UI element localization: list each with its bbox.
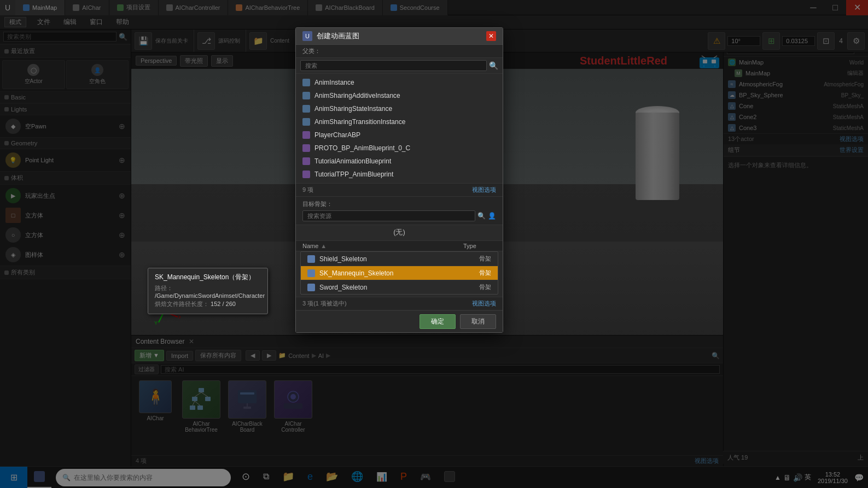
modal-search-row: 🔍 bbox=[296, 58, 503, 74]
modal-none-label: (无) bbox=[296, 225, 503, 240]
modal-item-playercharabp[interactable]: PlayerCharABP bbox=[296, 128, 503, 142]
modal-item-proto[interactable]: PROTO_BP_AnimBlueprint_0_C bbox=[296, 142, 503, 155]
modal-view-options-btn[interactable]: 视图选项 bbox=[472, 186, 496, 194]
skeleton-item-sword[interactable]: Sword_Skeleton 骨架 bbox=[301, 280, 498, 294]
modal-item-tutorial-anim[interactable]: TutorialAnimationBlueprint bbox=[296, 155, 503, 168]
modal-skeleton-search-icon: 🔍 bbox=[477, 212, 486, 220]
modal-skeleton-search-row: 🔍 👤 bbox=[302, 210, 496, 221]
modal-confirm-btn[interactable]: 确定 bbox=[420, 314, 456, 329]
proto-icon bbox=[302, 144, 310, 152]
skeleton-item-mannequin[interactable]: SK_Mannequin_Skeleton 骨架 bbox=[301, 266, 498, 280]
modal-skeleton-search-input[interactable] bbox=[302, 210, 475, 221]
mannequin-skeleton-icon bbox=[307, 269, 315, 277]
create-animblueprint-dialog: U 创建动画蓝图 ✕ 父类： 🔍 AnimInstance AnimSharin… bbox=[295, 27, 503, 333]
modal-skeleton-view-options-btn[interactable]: 视图选项 bbox=[472, 299, 496, 308]
tutorial-anim-icon bbox=[302, 157, 310, 165]
sword-skeleton-icon bbox=[307, 284, 315, 291]
modal-item-animsharing-additive[interactable]: AnimSharingAdditiveInstance bbox=[296, 89, 503, 102]
modal-footer: 确定 取消 bbox=[296, 310, 503, 332]
tooltip-size-row: 烘焙文件路径长度： 152 / 260 bbox=[155, 300, 261, 308]
modal-selection-count-bar: 3 项(1 项被选中) 视图选项 bbox=[296, 297, 503, 310]
shield-skeleton-icon bbox=[307, 255, 315, 263]
modal-skeleton-section: 目标骨架： 🔍 👤 bbox=[296, 197, 503, 225]
modal-item-animinstance[interactable]: AnimInstance bbox=[296, 76, 503, 89]
skeleton-tooltip: SK_Mannequin_Skeleton（骨架） 路径： /Game/Dyna… bbox=[148, 268, 268, 314]
animsharing-additive-icon bbox=[302, 92, 310, 99]
modal-title-text: U 创建动画蓝图 bbox=[302, 31, 486, 41]
modal-skeleton-list: Shield_Skeleton 骨架 SK_Mannequin_Skeleton… bbox=[300, 251, 498, 295]
modal-search-input[interactable] bbox=[300, 60, 487, 71]
animsharing-state-icon bbox=[302, 105, 310, 113]
modal-search-icon: 🔍 bbox=[489, 61, 498, 70]
modal-count-bar: 9 项 视图选项 bbox=[296, 183, 503, 197]
modal-item-tutorial-tpp[interactable]: TutorialTPP_AnimBlueprint bbox=[296, 168, 503, 181]
modal-parent-label: 父类： bbox=[296, 45, 503, 58]
modal-skeleton-header: Name ▲ Type bbox=[296, 240, 503, 251]
skeleton-item-shield[interactable]: Shield_Skeleton 骨架 bbox=[301, 252, 498, 266]
modal-skeleton-user-icon: 👤 bbox=[488, 212, 496, 220]
modal-cancel-btn[interactable]: 取消 bbox=[460, 314, 496, 329]
modal-list: AnimInstance AnimSharingAdditiveInstance… bbox=[296, 74, 503, 183]
tooltip-path-row: 路径： /Game/DynamicSwordAnimset/Character bbox=[155, 284, 261, 299]
animsharing-transition-icon bbox=[302, 118, 310, 126]
tutorial-tpp-icon bbox=[302, 170, 310, 178]
playercharabp-icon bbox=[302, 131, 310, 139]
modal-item-animsharing-state[interactable]: AnimSharingStateInstance bbox=[296, 102, 503, 115]
modal-item-animsharing-transition[interactable]: AnimSharingTransitionInstance bbox=[296, 115, 503, 128]
modal-close-btn[interactable]: ✕ bbox=[486, 31, 496, 41]
animinstance-icon bbox=[302, 79, 310, 86]
modal-ue-icon: U bbox=[302, 31, 312, 41]
modal-title-bar: U 创建动画蓝图 ✕ bbox=[296, 28, 503, 45]
